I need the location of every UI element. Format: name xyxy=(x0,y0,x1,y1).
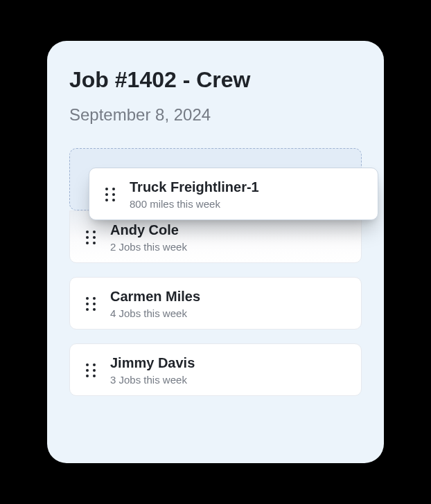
drag-handle-icon[interactable] xyxy=(84,362,98,379)
list-item[interactable]: Carmen Miles 4 Jobs this week xyxy=(69,277,362,330)
list-item-title: Jimmy Davis xyxy=(110,355,195,371)
drag-handle-icon[interactable] xyxy=(103,186,117,203)
list-item-content: Andy Cole 2 Jobs this week xyxy=(110,222,187,253)
drag-handle-icon[interactable] xyxy=(84,229,98,246)
list-item-subtitle: 3 Jobs this week xyxy=(110,374,195,386)
crew-list: Truck Freightliner-1 800 miles this week… xyxy=(69,148,362,396)
list-item[interactable]: Jimmy Davis 3 Jobs this week xyxy=(69,343,362,396)
list-item-title: Truck Freightliner-1 xyxy=(130,179,259,195)
list-item-subtitle: 800 miles this week xyxy=(130,198,259,210)
list-item-content: Carmen Miles 4 Jobs this week xyxy=(110,289,200,319)
drag-handle-icon[interactable] xyxy=(84,296,98,312)
list-item-content: Truck Freightliner-1 800 miles this week xyxy=(130,179,259,210)
list-item-subtitle: 4 Jobs this week xyxy=(110,307,200,319)
list-item-content: Jimmy Davis 3 Jobs this week xyxy=(110,355,195,386)
job-crew-card: Job #1402 - Crew September 8, 2024 Truck… xyxy=(47,41,384,463)
page-title: Job #1402 - Crew xyxy=(69,67,362,93)
list-item-subtitle: 2 Jobs this week xyxy=(110,241,187,253)
list-item-dragging[interactable]: Truck Freightliner-1 800 miles this week xyxy=(89,168,378,220)
page-subtitle-date: September 8, 2024 xyxy=(69,105,362,125)
list-item-title: Carmen Miles xyxy=(110,289,200,305)
list-item-title: Andy Cole xyxy=(110,222,187,238)
